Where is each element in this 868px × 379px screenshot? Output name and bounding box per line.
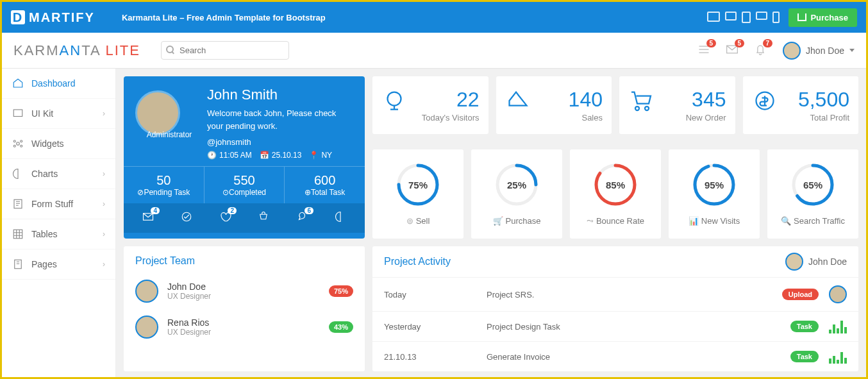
calendar-icon: 📅 25.10.13 bbox=[260, 151, 302, 160]
user-name: Jhon Doe bbox=[806, 46, 844, 56]
avatar bbox=[135, 316, 158, 339]
ring-pct: 85% bbox=[593, 162, 638, 207]
ring-pct: 25% bbox=[494, 162, 539, 207]
kpi-icon bbox=[630, 89, 653, 112]
sidebar-item-tables[interactable]: Tables› bbox=[2, 219, 115, 249]
tagline: Karmanta Lite – Free Admin Template for … bbox=[122, 13, 326, 22]
profile-quick-icon[interactable] bbox=[257, 211, 270, 225]
search-wrap bbox=[161, 41, 289, 60]
ring-card: 85%⤳Bounce Rate bbox=[570, 149, 661, 239]
purchase-button[interactable]: Purchase bbox=[789, 8, 857, 27]
kpi-card: 345New Order bbox=[619, 76, 735, 134]
nav-icon bbox=[12, 108, 24, 119]
tasks-icon[interactable]: 5 bbox=[697, 43, 711, 58]
sidebar-item-form-stuff[interactable]: Form Stuff› bbox=[2, 189, 115, 219]
kpi-label: Sales bbox=[505, 113, 603, 122]
badge: 4 bbox=[151, 207, 160, 214]
ring-card: 65%🔍Search Traffic bbox=[767, 149, 858, 239]
avatar bbox=[783, 42, 801, 60]
kpi-label: New Order bbox=[628, 113, 726, 122]
profile-quick-icon[interactable]: 6 bbox=[296, 211, 308, 225]
sidebar-item-widgets[interactable]: Widgets bbox=[2, 129, 115, 159]
search-input[interactable] bbox=[161, 41, 289, 60]
tablet-landscape-icon[interactable] bbox=[756, 12, 767, 20]
svg-point-12 bbox=[388, 92, 401, 106]
member-pct: 75% bbox=[329, 285, 353, 297]
activity-panel: Project Activity John Doe TodayProject S… bbox=[372, 246, 858, 371]
badge: 5 bbox=[706, 39, 717, 47]
chevron-down-icon bbox=[849, 49, 855, 52]
member-role: UX Designer bbox=[167, 328, 211, 337]
sidebar: Dashboard UI Kit› Widgets Charts› Form S… bbox=[2, 69, 116, 377]
bell-icon[interactable]: 7 bbox=[753, 43, 767, 58]
ring-pct: 75% bbox=[396, 162, 440, 207]
profile-role: Administrator bbox=[140, 130, 198, 139]
sidebar-item-dashboard[interactable]: Dashboard bbox=[2, 69, 115, 99]
ring-label: 🛒Purchase bbox=[476, 216, 557, 226]
badge: 6 bbox=[305, 207, 313, 214]
avatar bbox=[135, 280, 158, 303]
tablet-icon[interactable] bbox=[742, 12, 751, 23]
pin-icon: 📍 NY bbox=[309, 151, 332, 160]
svg-rect-7 bbox=[14, 199, 22, 208]
member-pct: 43% bbox=[329, 321, 353, 333]
team-row[interactable]: Rena RiosUX Designer43% bbox=[124, 309, 365, 345]
ring-card: 95%📊New Visits bbox=[669, 149, 760, 239]
profile-stat: 550⊙Completed bbox=[204, 167, 285, 203]
profile-name: John Smith bbox=[207, 87, 353, 103]
nav-icon bbox=[12, 138, 24, 149]
brand-logo[interactable]: DMARTIFY bbox=[11, 10, 95, 25]
activity-user[interactable]: John Doe bbox=[785, 253, 847, 271]
team-row[interactable]: John DoeUX Designer75% bbox=[124, 273, 365, 309]
chevron-right-icon: › bbox=[103, 230, 105, 239]
header-bar: KARMANTA LITE 5 5 7 Jhon Doe bbox=[2, 33, 866, 69]
nav-label: Pages bbox=[31, 259, 57, 269]
ring-pct: 95% bbox=[692, 162, 737, 207]
mail-icon[interactable]: 5 bbox=[725, 43, 739, 58]
profile-quick-icon[interactable]: 2 bbox=[219, 211, 231, 225]
kpi-label: Today's Visitors bbox=[381, 113, 480, 122]
svg-point-13 bbox=[635, 106, 639, 110]
sidebar-item-charts[interactable]: Charts› bbox=[2, 159, 115, 189]
svg-point-14 bbox=[645, 106, 649, 110]
profile-quick-icon[interactable] bbox=[180, 211, 193, 225]
member-name: John Doe bbox=[167, 282, 211, 292]
svg-point-6 bbox=[21, 145, 22, 147]
main-content: Administrator John Smith Welcome back Jo… bbox=[116, 69, 866, 377]
activity-when: Yesterday bbox=[384, 322, 487, 332]
activity-what: Project Design Task bbox=[487, 322, 790, 332]
ring-card: 75%⊚Sell bbox=[372, 149, 463, 239]
profile-welcome: Welcome back John, Please check your pen… bbox=[207, 107, 353, 132]
laptop-icon[interactable] bbox=[725, 12, 737, 21]
svg-point-2 bbox=[17, 142, 20, 146]
activity-what: Project SRS. bbox=[487, 290, 782, 299]
sidebar-item-ui-kit[interactable]: UI Kit› bbox=[2, 99, 115, 129]
kpi-card: 140Sales bbox=[496, 76, 612, 134]
user-menu[interactable]: Jhon Doe bbox=[783, 42, 855, 60]
member-name: Rena Rios bbox=[167, 317, 211, 328]
phone-icon[interactable] bbox=[772, 12, 780, 23]
profile-stat: 50⊘Pending Task bbox=[124, 167, 204, 203]
profile-quick-icon[interactable]: 4 bbox=[142, 211, 154, 225]
sparkline bbox=[829, 319, 847, 333]
ring-label: 🔍Search Traffic bbox=[772, 216, 853, 226]
kpi-card: 5,500Total Profit bbox=[743, 76, 859, 134]
profile-quick-icon[interactable] bbox=[334, 211, 347, 225]
device-preview-icons bbox=[707, 12, 780, 23]
nav-icon bbox=[12, 258, 24, 270]
nav-icon bbox=[12, 198, 24, 210]
ring-label: 📊New Visits bbox=[674, 216, 755, 226]
chevron-right-icon: › bbox=[103, 109, 105, 118]
nav-label: Charts bbox=[31, 169, 58, 179]
cart-icon bbox=[797, 13, 806, 21]
sparkline bbox=[829, 350, 847, 364]
svg-rect-1 bbox=[13, 110, 22, 117]
profile-stat: 600⊕Total Task bbox=[285, 167, 365, 203]
app-logo[interactable]: KARMANTA LITE bbox=[13, 42, 140, 59]
activity-row: YesterdayProject Design TaskTask bbox=[372, 311, 858, 341]
svg-rect-8 bbox=[13, 230, 22, 239]
desktop-icon[interactable] bbox=[707, 12, 720, 22]
profile-handle: @johnsmith bbox=[207, 137, 353, 147]
top-bar: DMARTIFY Karmanta Lite – Free Admin Temp… bbox=[2, 2, 866, 33]
sidebar-item-pages[interactable]: Pages› bbox=[2, 249, 115, 280]
